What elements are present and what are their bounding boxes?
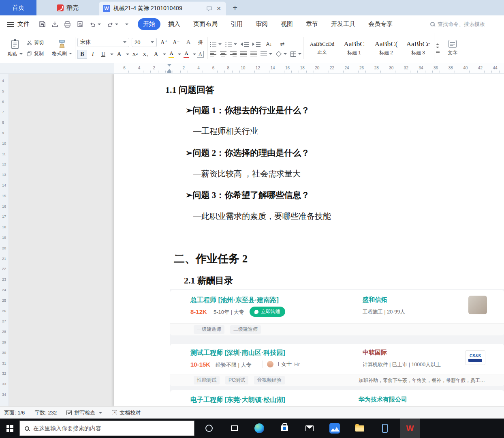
- text-tool-button[interactable]: 文字: [445, 33, 460, 63]
- styles-scroll-up[interactable]: [436, 43, 439, 45]
- format-painter-button[interactable]: 格式刷: [51, 39, 73, 57]
- job-tag[interactable]: PC测试: [225, 376, 248, 384]
- align-left-button[interactable]: [210, 52, 216, 56]
- company-name[interactable]: 华为技术有限公司: [359, 396, 407, 404]
- your-phone-button[interactable]: [375, 419, 395, 438]
- document-page[interactable]: 1.1 问题回答 ➢问题 1：你想去的行业是什么？ —工程师相关行业 ➢问题 2…: [114, 74, 504, 406]
- spellcheck-toggle[interactable]: 拼写检查: [66, 409, 102, 417]
- tab-developer[interactable]: 开发工具: [326, 18, 361, 30]
- cut-button[interactable]: 剪切: [27, 39, 50, 46]
- clear-format-button[interactable]: A: [184, 38, 193, 47]
- font-name-select[interactable]: 宋体: [77, 38, 129, 47]
- bullet-list-button[interactable]: [210, 42, 222, 47]
- job-card[interactable]: 总工程师 [池州·东至县·建南路] 8-12K 5-10年 | 大专 立即沟通 …: [170, 290, 504, 335]
- proofread-button[interactable]: ✕ 文档校对: [112, 409, 141, 417]
- save-button[interactable]: [39, 21, 46, 28]
- file-menu[interactable]: 文件: [17, 20, 30, 28]
- paste-button[interactable]: 粘贴: [4, 39, 26, 58]
- command-search[interactable]: [430, 21, 498, 27]
- comment-icon[interactable]: [206, 6, 212, 12]
- phonetic-guide-button[interactable]: 拼: [196, 38, 205, 47]
- tab-docer[interactable]: 稻壳: [36, 0, 99, 15]
- job-tag[interactable]: 性能测试: [194, 376, 220, 384]
- tab-document[interactable]: W 机械21-4 黄禄 2101010409 ✕: [99, 2, 226, 15]
- increase-indent-button[interactable]: [252, 42, 261, 47]
- job-contact[interactable]: 王女士 Hr: [263, 361, 300, 368]
- numbered-list-button[interactable]: [225, 42, 237, 47]
- align-right-button[interactable]: [230, 52, 237, 56]
- job-title[interactable]: 测试工程师 [深圳·南山区·科技园]: [190, 349, 285, 357]
- shading-button[interactable]: [276, 52, 287, 56]
- strikethrough-button[interactable]: A: [114, 50, 124, 59]
- undo-dropdown-caret[interactable]: [98, 24, 101, 25]
- style-heading3[interactable]: AaBbCc 标题 3: [402, 33, 434, 63]
- text-direction-button[interactable]: ⇄: [278, 40, 287, 49]
- job-card[interactable]: 测试工程师 [深圳·南山区·科技园] 10-15K 经验不限 | 大专 王女士 …: [170, 344, 504, 386]
- company-name[interactable]: 中软国际: [363, 349, 387, 356]
- tab-home[interactable]: 首页: [0, 0, 36, 15]
- spellcheck-caret[interactable]: [99, 412, 102, 414]
- edge-button[interactable]: [250, 419, 269, 438]
- tab-review[interactable]: 审阅: [250, 18, 273, 30]
- redo-button[interactable]: [107, 21, 118, 28]
- print-preview-button[interactable]: [77, 21, 83, 28]
- italic-button[interactable]: I: [88, 50, 98, 59]
- task-view-button[interactable]: [224, 419, 244, 438]
- wps-office-button[interactable]: W: [400, 419, 420, 438]
- job-tag[interactable]: 一级建造师: [194, 325, 224, 334]
- tab-view[interactable]: 视图: [275, 18, 298, 30]
- align-distribute-button[interactable]: [250, 52, 257, 56]
- close-tab-icon[interactable]: ✕: [216, 5, 222, 12]
- job-title[interactable]: 电子工程师 [东莞·大朗镇·松山湖]: [190, 396, 285, 404]
- file-explorer-button[interactable]: [350, 419, 369, 438]
- text-effects-caret[interactable]: [163, 54, 166, 55]
- highlight-button[interactable]: A: [167, 50, 176, 59]
- cortana-button[interactable]: [199, 419, 219, 438]
- line-spacing-button[interactable]: [261, 52, 272, 56]
- redo-dropdown-caret[interactable]: [115, 24, 118, 25]
- shrink-font-button[interactable]: A⁻: [171, 38, 181, 47]
- command-search-input[interactable]: [438, 21, 498, 27]
- subscript-button[interactable]: X₂: [141, 50, 150, 59]
- style-heading1[interactable]: AaBbC 标题 1: [338, 33, 370, 63]
- style-heading2[interactable]: AaBbC( 标题 2: [370, 33, 402, 63]
- highlight-caret[interactable]: [178, 54, 181, 55]
- bold-button[interactable]: B: [77, 50, 87, 59]
- align-justify-button[interactable]: [240, 52, 247, 56]
- hamburger-menu-icon[interactable]: [7, 22, 14, 27]
- tab-start[interactable]: 开始: [138, 18, 160, 30]
- word-count[interactable]: 字数: 232: [34, 409, 57, 417]
- vertical-ruler[interactable]: 4567891011121314151617181920212223242526…: [0, 74, 9, 406]
- company-name[interactable]: 盛和信拓: [363, 296, 387, 304]
- new-tab-button[interactable]: +: [226, 0, 244, 15]
- styles-menu[interactable]: [436, 50, 440, 53]
- start-button[interactable]: [0, 419, 19, 438]
- underline-caret[interactable]: [110, 54, 113, 55]
- indent-marker[interactable]: [167, 64, 171, 73]
- print-button[interactable]: [64, 21, 71, 28]
- font-color-button[interactable]: A: [182, 50, 191, 59]
- character-border-button[interactable]: A: [197, 51, 204, 58]
- mail-button[interactable]: [300, 419, 319, 438]
- tab-section[interactable]: 章节: [301, 18, 323, 30]
- job-tag[interactable]: 音视频经验: [254, 376, 285, 384]
- docs-app-button[interactable]: [325, 419, 344, 438]
- font-size-select[interactable]: 20: [132, 38, 157, 47]
- export-button[interactable]: [51, 21, 58, 28]
- tab-references[interactable]: 引用: [225, 18, 248, 30]
- horizontal-ruler[interactable]: 6422468101214161820222426283032343638404…: [9, 63, 504, 74]
- font-color-caret[interactable]: [193, 54, 196, 55]
- tab-insert[interactable]: 插入: [163, 18, 186, 30]
- style-normal[interactable]: AaBbCcDd 正文: [306, 33, 338, 63]
- taskbar-search-input[interactable]: [33, 425, 189, 432]
- text-effects-button[interactable]: A: [151, 50, 161, 59]
- decrease-indent-button[interactable]: [241, 42, 249, 47]
- styles-scroll-down[interactable]: [436, 47, 439, 48]
- copy-button[interactable]: 复制: [27, 50, 50, 57]
- taskbar-search[interactable]: [19, 421, 194, 436]
- tab-page-layout[interactable]: 页面布局: [188, 18, 223, 30]
- borders-button[interactable]: [290, 52, 301, 57]
- job-tag[interactable]: 二级建造师: [230, 325, 261, 334]
- chat-now-button[interactable]: 立即沟通: [250, 307, 285, 317]
- undo-button[interactable]: [89, 21, 101, 28]
